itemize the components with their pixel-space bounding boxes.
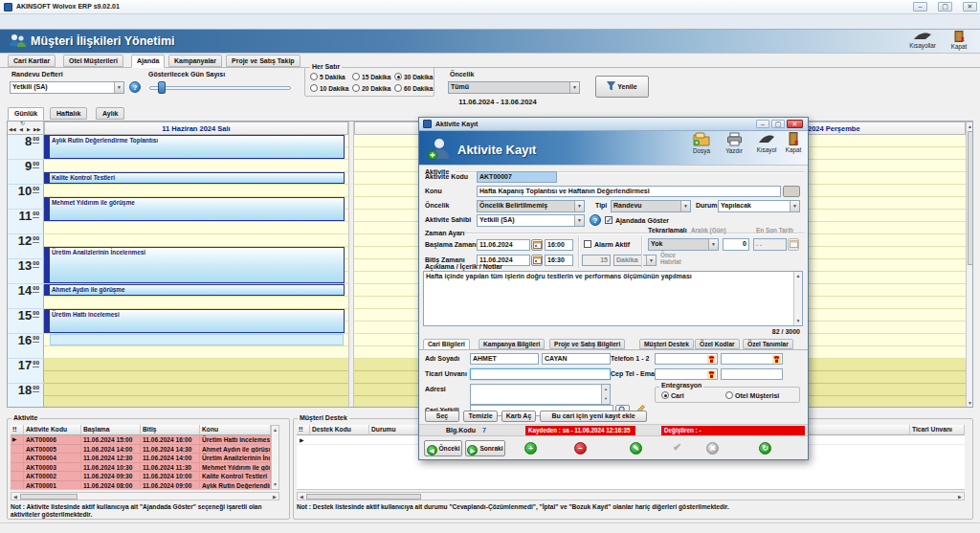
baslama-date-input[interactable]: 11.06.2024: [477, 239, 530, 251]
scroll-left-icon[interactable]: ◀: [299, 494, 304, 500]
activity-col-konu[interactable]: Konu: [200, 425, 271, 435]
activity-col-kodu[interactable]: Aktivite Kodu: [24, 425, 81, 435]
subtab-ozel-kodlar[interactable]: Özel Kodlar: [695, 339, 740, 349]
chevron-down-icon[interactable]: ▼: [574, 201, 584, 211]
konu-input[interactable]: Hafta Kapanış Toplantısı ve Haftanın Değ…: [477, 186, 781, 197]
phone-icon[interactable]: [707, 370, 716, 379]
destek-col-kodu[interactable]: Destek Kodu: [310, 425, 369, 435]
calendar-event[interactable]: Ahmet Aydın ile görüşme: [44, 284, 345, 296]
chevron-down-icon[interactable]: ▼: [708, 239, 718, 250]
activity-table-body[interactable]: ▶AKT0000611.06.2024 15:0011.06.2024 16:0…: [11, 435, 271, 490]
viewtab-haftalik[interactable]: Haftalık: [50, 107, 87, 120]
tipi-combo[interactable]: Randevu ▼: [611, 200, 691, 212]
dosya-button[interactable]: Dosya: [685, 132, 718, 165]
scroll-right-icon[interactable]: ▶: [957, 494, 963, 500]
maximize-button[interactable]: ▢: [938, 2, 952, 11]
radio-cari[interactable]: [661, 391, 669, 399]
viewtab-aylik[interactable]: Aylık: [96, 107, 124, 120]
calendar-event-draft[interactable]: [50, 334, 344, 345]
destek-col-ticari[interactable]: Ticari Unvanı: [910, 425, 965, 435]
table-row[interactable]: ▶AKT0000611.06.2024 15:0011.06.2024 16:0…: [11, 435, 271, 445]
radio-10dk[interactable]: [310, 84, 318, 92]
ceptel-input[interactable]: [655, 368, 718, 380]
radio-30dk[interactable]: [394, 73, 402, 80]
chevron-down-icon[interactable]: ▼: [680, 201, 690, 211]
delete-record-icon[interactable]: −: [574, 442, 587, 455]
subtab-musteri-destek[interactable]: Müşteri Destek: [639, 339, 694, 349]
radio-5dk[interactable]: [310, 73, 318, 80]
radio-otel-musterisi[interactable]: [725, 391, 733, 399]
sahibi-combo[interactable]: Yetkili (SA) ▼: [477, 214, 585, 227]
bitis-time-input[interactable]: 16:30: [545, 255, 573, 266]
calendar-next-fast-icon[interactable]: ▶▶: [33, 126, 41, 132]
table-row[interactable]: AKT0000211.06.2024 09:3011.06.2024 10:00…: [11, 472, 271, 481]
dialog-close-button[interactable]: ✕: [787, 120, 803, 128]
sonraki-button[interactable]: ▶ Sonraki: [465, 440, 505, 456]
module-close-button[interactable]: x Kapat: [944, 31, 974, 53]
radio-60dk-label[interactable]: 60 Dakika: [404, 85, 433, 92]
kisayol-button[interactable]: Kısayol: [750, 132, 783, 165]
phone-icon[interactable]: [772, 355, 781, 364]
table-row[interactable]: AKT0000311.06.2024 10:3011.06.2024 11:30…: [11, 463, 271, 473]
calendar-event[interactable]: Aylık Rutin Değerlendirme Toplantısı: [44, 135, 345, 159]
destek-hscrollbar[interactable]: ◀ ▶: [297, 492, 965, 500]
scroll-down-icon[interactable]: ▼: [967, 400, 973, 407]
radio-20dk[interactable]: [352, 84, 360, 92]
calendar-icon[interactable]: [531, 255, 543, 266]
table-row[interactable]: AKT0000111.06.2024 08:0011.06.2024 09:00…: [11, 481, 271, 491]
subtab-ozel-tanimlar[interactable]: Özel Tanımlar: [743, 339, 793, 349]
table-row[interactable]: AKT0000511.06.2024 14:0011.06.2024 14:30…: [11, 445, 271, 455]
day-header-1[interactable]: 11 Haziran 2024 Salı: [44, 122, 348, 135]
radio-otel-label[interactable]: Otel Müşterisi: [735, 392, 779, 399]
dialog-minimize-button[interactable]: –: [756, 120, 769, 128]
durum-combo[interactable]: Yapılacak ▼: [718, 200, 800, 212]
radio-20dk-label[interactable]: 20 Dakika: [362, 85, 390, 92]
dialog-maximize-button[interactable]: ▢: [771, 120, 785, 128]
calendar-event[interactable]: Mehmet Yıldırım ile görüşme: [44, 197, 345, 221]
scroll-down-icon[interactable]: ▼: [794, 318, 802, 324]
randevu-defteri-combo[interactable]: Yetkili (SA) ▼: [10, 81, 124, 94]
chevron-down-icon[interactable]: ▼: [574, 215, 584, 226]
shortcuts-button[interactable]: Kısayollar: [905, 31, 940, 53]
konu-ellipsis-button[interactable]: [783, 186, 800, 197]
activity-col-bitis[interactable]: Bitiş: [141, 425, 200, 435]
modtab-cari-kartlar[interactable]: Cari Kartlar: [8, 55, 56, 67]
ticari-unvani-input[interactable]: [470, 368, 611, 380]
calendar-event[interactable]: Üretim Hattı incelemesi: [44, 309, 345, 333]
calendar-event[interactable]: Kalite Kontrol Testleri: [44, 172, 345, 184]
table-row[interactable]: AKT0000411.06.2024 12:3011.06.2024 14:00…: [11, 454, 271, 463]
adi-input[interactable]: AHMET: [470, 353, 539, 365]
help-icon[interactable]: ?: [129, 81, 141, 93]
scrollbar-thumb[interactable]: [20, 494, 78, 500]
phone-icon[interactable]: [707, 355, 716, 364]
radio-15dk[interactable]: [352, 73, 360, 80]
calendar-vscrollbar[interactable]: ▲ ▼: [966, 122, 973, 408]
oncelik-combo[interactable]: Öncelik Belirtilmemiş ▼: [477, 200, 585, 212]
viewtab-gunluk[interactable]: Günlük: [8, 107, 44, 121]
modtab-otel-musterileri[interactable]: Otel Müşterileri: [63, 55, 123, 67]
calendar-prev-fast-icon[interactable]: ◀◀: [9, 126, 16, 132]
textarea-vscrollbar[interactable]: ▲ ▼: [793, 272, 802, 325]
scroll-up-icon[interactable]: ▲: [967, 123, 973, 130]
scroll-right-icon[interactable]: ▶: [272, 494, 278, 500]
chevron-down-icon[interactable]: ▼: [114, 82, 123, 93]
scroll-up-icon[interactable]: ▲: [794, 273, 802, 279]
yazdir-button[interactable]: Yazdır: [718, 132, 750, 165]
calendar-next-icon[interactable]: ▶: [27, 126, 31, 132]
radio-60dk[interactable]: [394, 84, 402, 92]
chevron-down-icon[interactable]: ▼: [790, 201, 799, 211]
add-record-icon[interactable]: +: [524, 442, 537, 455]
activity-vscrollbar[interactable]: ▲ ▼: [271, 425, 279, 490]
ajanda-goster-checkbox[interactable]: ✓: [605, 216, 612, 224]
aciklama-textarea[interactable]: Hafta içinde yapılan tüm işlerin doğru t…: [423, 271, 803, 326]
adresi-textarea[interactable]: ▲ ▼: [470, 384, 611, 405]
baslama-time-input[interactable]: 16:00: [545, 239, 573, 251]
oncelik-filter-combo[interactable]: Tümü ▼: [448, 81, 580, 94]
subtab-kampanya[interactable]: Kampanya Bilgileri: [479, 339, 545, 349]
edit-record-icon[interactable]: ✎: [630, 442, 642, 455]
spinner-up-icon[interactable]: ▲: [601, 385, 610, 394]
activity-hscrollbar[interactable]: ◀ ▶: [11, 492, 279, 500]
alarm-aktif-checkbox[interactable]: [584, 240, 591, 248]
scroll-down-icon[interactable]: ▼: [272, 481, 278, 488]
kodu-input[interactable]: AKT00007: [477, 171, 557, 183]
